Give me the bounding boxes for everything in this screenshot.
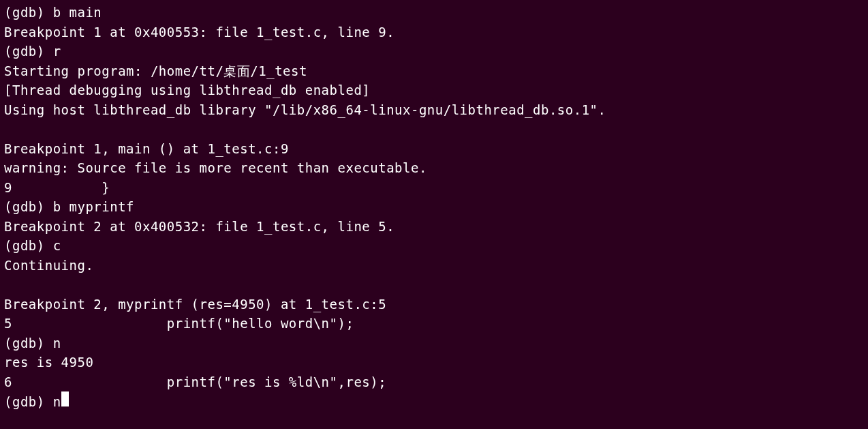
gdb-prompt: (gdb) bbox=[4, 3, 53, 23]
command-input: b main bbox=[53, 3, 102, 23]
terminal-prompt-line: (gdb) n bbox=[4, 334, 864, 353]
terminal-output-line bbox=[4, 119, 864, 139]
cursor-icon bbox=[61, 391, 69, 406]
terminal-prompt-line: (gdb) b main bbox=[4, 3, 864, 23]
command-input: c bbox=[53, 236, 61, 256]
gdb-prompt: (gdb) bbox=[4, 236, 53, 256]
gdb-prompt: (gdb) bbox=[4, 42, 53, 61]
terminal-prompt-line: (gdb) c bbox=[4, 236, 864, 256]
terminal-prompt-line: (gdb) r bbox=[4, 42, 864, 61]
gdb-prompt: (gdb) bbox=[4, 392, 53, 412]
terminal-output-line: Starting program: /home/tt/桌面/1_test bbox=[4, 61, 864, 81]
gdb-prompt: (gdb) bbox=[4, 334, 53, 353]
terminal-output-line: Continuing. bbox=[4, 256, 864, 276]
command-input: b myprintf bbox=[53, 197, 134, 217]
terminal-output-line: 9 } bbox=[4, 178, 864, 198]
terminal-output-line: [Thread debugging using libthread_db ena… bbox=[4, 80, 864, 100]
terminal-output-line: Breakpoint 2, myprintf (res=4950) at 1_t… bbox=[4, 295, 864, 314]
terminal-output-line: warning: Source file is more recent than… bbox=[4, 158, 864, 178]
terminal-output-line: 6 printf("res is %ld\n",res); bbox=[4, 372, 864, 392]
terminal-output-line: Breakpoint 1, main () at 1_test.c:9 bbox=[4, 139, 864, 159]
terminal-output-line bbox=[4, 275, 864, 295]
terminal-output-area[interactable]: (gdb) b mainBreakpoint 1 at 0x400553: fi… bbox=[4, 3, 864, 412]
command-input[interactable]: n bbox=[53, 392, 61, 412]
terminal-output-line: Breakpoint 2 at 0x400532: file 1_test.c,… bbox=[4, 217, 864, 237]
terminal-output-line: Using host libthread_db library "/lib/x8… bbox=[4, 100, 864, 120]
terminal-prompt-line: (gdb) b myprintf bbox=[4, 197, 864, 217]
terminal-output-line: 5 printf("hello word\n"); bbox=[4, 314, 864, 334]
terminal-prompt-line[interactable]: (gdb) n bbox=[4, 391, 864, 412]
command-input: n bbox=[53, 334, 61, 353]
terminal-output-line: res is 4950 bbox=[4, 353, 864, 372]
gdb-prompt: (gdb) bbox=[4, 197, 53, 217]
terminal-output-line: Breakpoint 1 at 0x400553: file 1_test.c,… bbox=[4, 23, 864, 42]
command-input: r bbox=[53, 42, 61, 61]
